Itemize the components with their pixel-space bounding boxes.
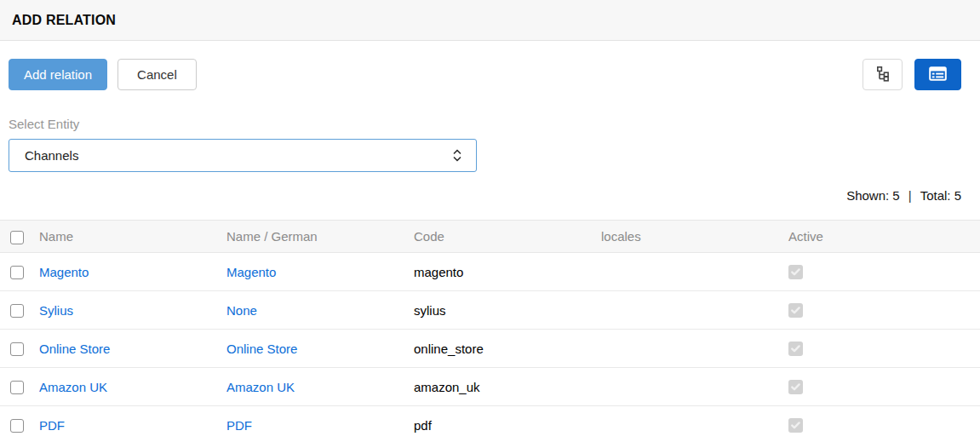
shown-count: Shown: 5 (846, 188, 900, 203)
row-name-link[interactable]: Online Store (39, 342, 110, 356)
table-row[interactable]: Amazon UK Amazon UK amazon_uk (0, 368, 980, 406)
active-checkbox-checked (788, 265, 803, 279)
record-counts: Shown: 5|Total: 5 (9, 188, 961, 203)
hierarchy-tree-icon (874, 66, 891, 84)
row-checkbox[interactable] (10, 381, 24, 394)
counts-separator: | (908, 188, 912, 203)
row-name-link[interactable]: PDF (39, 418, 65, 433)
row-checkbox[interactable] (10, 342, 24, 356)
cancel-button[interactable]: Cancel (117, 59, 197, 90)
row-code: pdf (414, 418, 432, 433)
table-header-row: Name Name / German Code locales Active (0, 221, 980, 253)
row-checkbox[interactable] (10, 266, 24, 279)
row-name-link[interactable]: Sylius (39, 303, 73, 318)
page-title: ADD RELATION (12, 13, 116, 28)
table-row[interactable]: Sylius None sylius (0, 291, 980, 330)
column-header-name: Name (39, 221, 226, 253)
row-name-link[interactable]: Magento (39, 265, 89, 279)
active-checkbox-checked (788, 303, 803, 318)
row-locales (601, 253, 788, 291)
up-down-chevron-icon (450, 147, 464, 164)
row-code: sylius (414, 303, 446, 318)
column-header-name-german: Name / German (226, 221, 414, 253)
table-row[interactable]: Online Store Online Store online_store (0, 330, 980, 368)
row-checkbox[interactable] (10, 419, 24, 433)
toolbar: Add relation Cancel (9, 59, 961, 90)
tree-view-button[interactable] (863, 59, 903, 90)
row-locales (601, 368, 788, 406)
entity-select-value: Channels (25, 148, 78, 163)
active-checkbox-checked (788, 418, 803, 433)
row-name-link[interactable]: Amazon UK (39, 380, 107, 394)
row-code: amazon_uk (414, 380, 480, 394)
row-name-german-link[interactable]: Amazon UK (226, 380, 295, 394)
row-code: magento (414, 265, 463, 279)
table-view-button[interactable] (914, 59, 961, 90)
column-header-active: Active (788, 221, 980, 253)
entity-select[interactable]: Channels (9, 139, 477, 172)
row-name-german-link[interactable]: Online Store (226, 342, 297, 356)
channels-table: Name Name / German Code locales Active M… (0, 220, 980, 442)
total-count: Total: 5 (920, 188, 961, 203)
row-locales (601, 406, 788, 442)
active-checkbox-checked (788, 342, 803, 356)
select-all-checkbox[interactable] (10, 231, 24, 244)
entity-select-block: Select Entity Channels (9, 117, 961, 172)
table-row[interactable]: PDF PDF pdf (0, 406, 980, 442)
column-header-code: Code (414, 221, 601, 253)
view-toggle-group (863, 59, 961, 90)
table-list-icon (929, 66, 947, 83)
column-header-locales: locales (601, 221, 788, 253)
row-name-german-link[interactable]: None (226, 303, 257, 318)
entity-select-label: Select Entity (9, 117, 961, 131)
row-name-german-link[interactable]: Magento (226, 265, 276, 279)
table-row[interactable]: Magento Magento magento (0, 253, 980, 291)
row-locales (601, 330, 788, 368)
row-checkbox[interactable] (10, 304, 24, 318)
row-code: online_store (414, 342, 484, 356)
active-checkbox-checked (788, 380, 803, 394)
row-locales (601, 291, 788, 330)
add-relation-button[interactable]: Add relation (9, 59, 107, 90)
modal-header: ADD RELATION (0, 0, 980, 41)
row-name-german-link[interactable]: PDF (226, 418, 252, 433)
